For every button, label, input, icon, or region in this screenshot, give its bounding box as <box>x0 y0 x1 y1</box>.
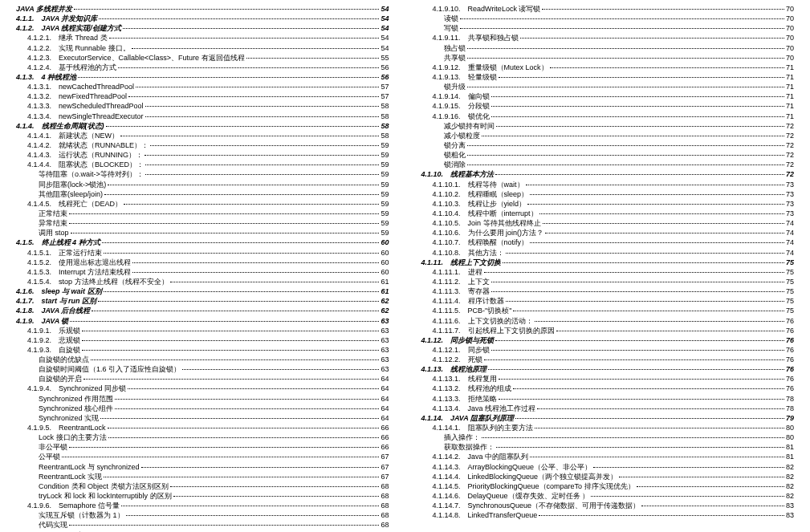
toc-leader <box>484 359 784 360</box>
toc-page-number: 68 <box>381 481 389 491</box>
toc-label: 4.1.3.3. newScheduledThreadPool <box>27 101 144 111</box>
toc-page-number: 82 <box>786 472 794 481</box>
toc-page-number: 58 <box>381 121 389 131</box>
toc-entry: 4.1.11.3. 寄存器75 <box>421 286 795 296</box>
toc-leader <box>467 48 784 49</box>
toc-page-number: 76 <box>786 345 794 355</box>
toc-entry: 异常结束59 <box>16 218 389 228</box>
toc-label: 4.1.9.13. 轻量级锁 <box>433 72 497 82</box>
toc-page-number: 66 <box>381 423 389 433</box>
toc-leader <box>530 194 784 195</box>
toc-page-number: 67 <box>381 452 389 461</box>
toc-entry: 4.1.9.14. 偏向锁71 <box>421 91 795 101</box>
toc-page-number: 59 <box>381 180 389 189</box>
toc-label: 同步阻塞(lock->锁池) <box>39 180 106 189</box>
toc-label: 4.1.11.2. 上下文 <box>433 277 490 286</box>
toc-page-number: 67 <box>381 462 389 472</box>
toc-label: 4.1.11.7. 引起线程上下文切换的原因 <box>433 326 555 335</box>
toc-entry: 4.1.11.2. 上下文75 <box>421 277 795 286</box>
toc-entry: 4.1.9.2. 悲观锁63 <box>16 335 389 345</box>
toc-page-number: 74 <box>786 248 794 258</box>
toc-leader <box>62 457 379 457</box>
toc-label: 4.1.5. 终止线程 4 种方式 <box>16 238 100 247</box>
toc-leader <box>145 116 380 117</box>
toc-page-number: 70 <box>786 23 794 33</box>
toc-entry: 4.1.4.3. 运行状态（RUNNING）：59 <box>16 150 389 160</box>
toc-label: 4.1.14.5. PriorityBlockingQueue（compareT… <box>433 481 635 491</box>
toc-leader <box>499 379 784 380</box>
toc-entry: 实现互斥锁（计数器为 1）68 <box>16 510 389 520</box>
toc-entry: 4.1.14.6. DelayQueue（缓存失效、定时任务 ）82 <box>421 491 795 501</box>
toc-label: 4.1.14. JAVA 阻塞队列原理 <box>421 413 514 423</box>
toc-page-number: 78 <box>786 404 794 413</box>
toc-entry: 4.1.5.2. 使用退出标志退出线程60 <box>16 258 389 267</box>
toc-label: 4.1.6. sleep 与 wait 区别 <box>16 286 102 296</box>
toc-page-number: 64 <box>381 404 389 413</box>
toc-leader <box>467 164 784 165</box>
toc-entry: 4.1.9.6. Semaphore 信号量68 <box>16 501 389 510</box>
toc-entry: 4.1.10.1. 线程等待（wait）73 <box>421 180 795 189</box>
toc-entry: 4.1.9.5. ReentrantLock66 <box>16 423 389 433</box>
toc-page-number: 75 <box>786 306 794 315</box>
toc-entry: 4.1.11.4. 程序计数器75 <box>421 296 795 306</box>
toc-page-number: 57 <box>381 91 389 101</box>
toc-leader <box>467 145 784 146</box>
toc-leader <box>115 399 379 400</box>
toc-leader <box>506 253 784 254</box>
toc-page-number: 54 <box>381 33 389 43</box>
toc-label: 锁粗化 <box>444 150 466 160</box>
toc-label: 4.1.13. 线程池原理 <box>421 364 487 374</box>
toc-leader <box>545 233 784 234</box>
toc-entry: 同步阻塞(lock->锁池)59 <box>16 180 389 189</box>
toc-label: 4.1.4. 线程生命周期(状态) <box>16 121 104 131</box>
toc-entry: 4.1.3. 4 种线程池56 <box>16 72 389 82</box>
toc-label: tryLock 和 lock 和 lockInterruptibly 的区别 <box>39 491 172 501</box>
toc-page-number: 54 <box>381 23 389 33</box>
toc-leader <box>182 369 379 370</box>
toc-entry: 减小锁粒度72 <box>421 131 795 140</box>
toc-label: 独占锁 <box>444 43 466 53</box>
toc-label: 4.1.11.3. 寄存器 <box>433 286 490 296</box>
toc-page-number: 71 <box>786 82 794 91</box>
toc-leader <box>488 369 784 370</box>
toc-leader <box>496 126 784 127</box>
toc-page-number: 81 <box>786 442 794 452</box>
toc-page-number: 59 <box>381 150 389 160</box>
toc-page-number: 76 <box>786 384 794 393</box>
toc-label: 4.1.10.5. Join 等待其他线程终止 <box>433 218 541 228</box>
toc-page-number: 60 <box>381 267 389 277</box>
toc-entry: 4.1.11.1. 进程75 <box>421 267 795 277</box>
toc-leader <box>537 408 784 409</box>
toc-page-number: 68 <box>381 491 389 501</box>
toc-leader <box>99 18 379 19</box>
toc-leader <box>150 145 379 146</box>
toc-leader <box>69 525 379 526</box>
toc-leader <box>106 126 380 127</box>
toc-page-number: 83 <box>786 501 794 510</box>
toc-leader <box>530 457 784 457</box>
toc-page-number: 71 <box>786 91 794 101</box>
toc-label: 实现互斥锁（计数器为 1） <box>39 510 124 520</box>
toc-label: 4.1.14.1. 阻塞队列的主要方法 <box>433 423 533 433</box>
toc-label: 写锁 <box>444 23 458 33</box>
toc-label: 减少锁持有时间 <box>444 121 495 131</box>
toc-entry: 代码实现68 <box>16 520 389 530</box>
toc-entry: 4.1.7. start 与 run 区别62 <box>16 296 389 306</box>
toc-leader <box>69 447 379 448</box>
toc-label: Synchronized 核心组件 <box>39 404 113 413</box>
toc-page-number: 67 <box>381 472 389 481</box>
toc-entry: 4.1.10.7. 线程唤醒（notify）74 <box>421 238 795 247</box>
toc-entry: 4.1.5.1. 正常运行结束60 <box>16 248 389 258</box>
left-column: JAVA 多线程并发544.1.1. JAVA 并发知识库544.1.2. JA… <box>0 0 405 532</box>
toc-page-number: 70 <box>786 4 794 14</box>
toc-leader <box>120 136 379 136</box>
toc-leader <box>591 496 784 497</box>
toc-entry: 减少锁持有时间72 <box>421 121 795 131</box>
toc-label: 插入操作： <box>444 433 480 442</box>
toc-label: 4.1.1. JAVA 并发知识库 <box>16 14 97 23</box>
toc-label: 4.1.5.3. Interrupt 方法结束线程 <box>27 267 131 277</box>
toc-label: 4.1.9.16. 锁优化 <box>433 112 490 121</box>
toc-page-number: 59 <box>381 140 389 150</box>
toc-label: 4.1.4.4. 阻塞状态（BLOCKED）： <box>27 160 144 169</box>
toc-entry: 4.1.10. 线程基本方法72 <box>421 169 795 179</box>
